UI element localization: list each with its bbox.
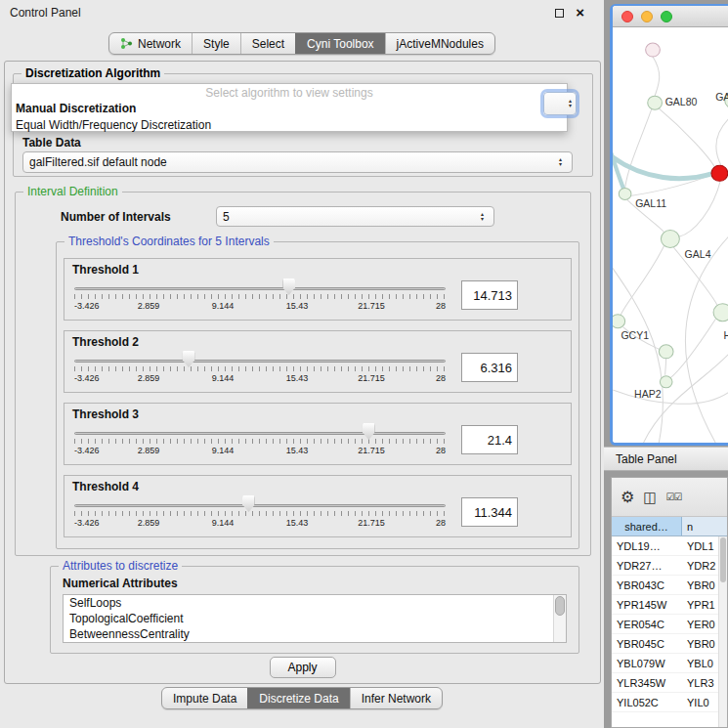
node-label: GAL4 <box>685 249 711 260</box>
tab-jactivemnodules[interactable]: jActiveMNodules <box>385 33 494 54</box>
network-node[interactable] <box>646 43 661 57</box>
spinner-down-icon: ▾ <box>569 104 572 108</box>
tick-label: 2.859 <box>138 373 160 383</box>
close-icon[interactable]: × <box>576 8 584 18</box>
interval-definition-group: Interval Definition Number of Intervals … <box>15 192 591 556</box>
apply-button[interactable]: Apply <box>270 657 336 678</box>
threshold-1-slider[interactable]: -3.426 2.859 9.144 15.43 21.715 28 <box>72 278 448 320</box>
numerical-attributes-label: Numerical Attributes <box>63 577 178 590</box>
threshold-3-group: Threshold 3 -3.426 2.859 9.144 15.43 <box>64 403 572 465</box>
tick-label: 15.43 <box>286 301 309 311</box>
table-row[interactable]: YER054CYER0 <box>612 615 727 634</box>
threshold-4-slider-thumb[interactable] <box>242 495 255 512</box>
tick-label: 28 <box>436 373 446 383</box>
gear-icon[interactable]: ⚙ <box>621 488 634 506</box>
threshold-4-group: Threshold 4 -3.426 2.859 9.144 15.43 <box>64 475 572 537</box>
tick-label: -3.426 <box>74 518 100 528</box>
network-node[interactable] <box>713 304 728 321</box>
tab-cyni-toolbox[interactable]: Cyni Toolbox <box>295 33 384 54</box>
tab-style[interactable]: Style <box>192 33 240 54</box>
table-row[interactable]: YLR345WYLR3 <box>612 673 727 693</box>
tick-label: -3.426 <box>74 373 100 383</box>
network-node[interactable] <box>619 188 631 199</box>
threshold-4-label: Threshold 4 <box>72 480 139 493</box>
list-item[interactable]: SelfLoops <box>64 595 566 611</box>
slider-track <box>74 432 446 435</box>
node-label: GAL11 <box>635 199 666 210</box>
close-traffic-light-icon[interactable] <box>621 11 633 22</box>
selected-node[interactable] <box>711 165 728 181</box>
table-scrollbar[interactable] <box>718 536 727 727</box>
control-panel-window: Control Panel × Network Style Select Cyn… <box>0 0 604 728</box>
scrollbar-thumb[interactable] <box>555 596 565 616</box>
tab-impute-data[interactable]: Impute Data <box>162 688 247 708</box>
algorithm-combo[interactable]: ▴ ▾ <box>543 92 577 115</box>
threshold-4-slider[interactable]: -3.426 2.859 9.144 15.43 21.715 28 <box>72 495 448 536</box>
column-header-name[interactable]: n <box>682 517 727 535</box>
tab-network[interactable]: Network <box>109 33 192 54</box>
tick-label: -3.426 <box>74 446 100 455</box>
float-icon[interactable] <box>555 9 564 18</box>
threshold-2-slider-thumb[interactable] <box>183 351 195 367</box>
table-row[interactable]: YBL079WYBL0 <box>612 654 727 673</box>
highlighted-edges <box>613 133 713 190</box>
table-row[interactable]: YIL052CYIL0 <box>612 693 727 712</box>
threshold-3-value-field[interactable]: 21.4 <box>461 425 518 454</box>
scrollbar-thumb[interactable] <box>720 537 726 582</box>
tick-label: 21.715 <box>358 301 385 311</box>
algorithm-option-manual[interactable]: Manual Discretization <box>12 101 567 117</box>
select-columns-icon[interactable]: ☑☑ <box>666 492 682 502</box>
tab-label: jActiveMNodules <box>397 37 484 51</box>
tab-label: Select <box>252 37 284 51</box>
algorithm-dropdown: Select algorithm to view settings Manual… <box>11 83 568 132</box>
network-node[interactable] <box>648 96 663 109</box>
network-node[interactable] <box>661 230 679 247</box>
table-row[interactable]: YDL19…YDL1 <box>612 536 727 556</box>
spinner-down-icon: ▾ <box>559 162 562 167</box>
tab-select[interactable]: Select <box>240 33 295 54</box>
minimize-traffic-light-icon[interactable] <box>641 11 653 22</box>
list-item[interactable]: TopologicalCoefficient <box>64 611 566 626</box>
slider-tick-labels: -3.426 2.859 9.144 15.43 21.715 28 <box>74 301 446 312</box>
table-data-combo[interactable]: galFiltered.sif default node ▴ ▾ <box>22 151 573 173</box>
tick-label: 15.43 <box>286 373 309 383</box>
control-panel-titlebar: Control Panel × <box>0 0 604 25</box>
tab-discretize-data[interactable]: Discretize Data <box>247 688 349 708</box>
table-row[interactable]: YDR27…YDR2 <box>612 556 727 576</box>
list-scrollbar[interactable] <box>553 595 566 642</box>
threshold-1-slider-thumb[interactable] <box>282 278 295 295</box>
network-icon <box>120 37 133 50</box>
list-item[interactable]: BetweennessCentrality <box>64 626 566 642</box>
threshold-3-slider[interactable]: -3.426 2.859 9.144 15.43 21.715 28 <box>72 423 448 464</box>
threshold-2-value-field[interactable]: 6.316 <box>461 353 518 382</box>
network-node[interactable] <box>659 345 673 359</box>
window-title: Control Panel <box>10 6 81 20</box>
network-canvas[interactable]: GAL80 GA GAL11 GAL4 GCY1 HAP2 H <box>613 27 728 443</box>
numerical-attributes-list[interactable]: SelfLoops TopologicalCoefficient Between… <box>63 594 567 643</box>
table-header-row: shared… n <box>612 517 727 536</box>
threshold-4-value-field[interactable]: 11.344 <box>461 497 518 527</box>
columns-icon[interactable]: ◫ <box>643 489 657 506</box>
slider-track <box>74 360 446 363</box>
threshold-3-slider-thumb[interactable] <box>363 423 375 440</box>
table-row[interactable]: YBR045CYBR0 <box>612 634 727 654</box>
column-header-shared-name[interactable]: shared… <box>612 517 682 535</box>
network-node[interactable] <box>613 315 625 328</box>
algorithm-option-equal-width[interactable]: Equal Width/Frequency Discretization <box>12 117 567 134</box>
slider-ticks <box>74 294 446 299</box>
cell: YDL19… <box>612 540 682 552</box>
threshold-1-value-field[interactable]: 14.713 <box>461 280 518 310</box>
group-title-discretization-algorithm: Discretization Algorithm <box>21 66 164 80</box>
group-title-interval-definition: Interval Definition <box>23 185 122 198</box>
number-of-intervals-label: Number of Intervals <box>61 210 171 224</box>
threshold-2-group: Threshold 2 -3.426 2.859 9.144 15.43 <box>64 330 572 393</box>
cell: YIL052C <box>612 697 682 708</box>
slider-tick-labels: -3.426 2.859 9.144 15.43 21.715 28 <box>74 446 446 456</box>
table-row[interactable]: YPR145WYPR1 <box>612 595 727 615</box>
network-node[interactable] <box>660 376 672 388</box>
number-of-intervals-combo[interactable]: 5 ▴ ▾ <box>216 206 494 227</box>
zoom-traffic-light-icon[interactable] <box>661 11 672 22</box>
table-row[interactable]: YBR043CYBR0 <box>612 576 727 595</box>
tab-infer-network[interactable]: Infer Network <box>350 688 442 708</box>
threshold-2-slider[interactable]: -3.426 2.859 9.144 15.43 21.715 28 <box>72 351 448 392</box>
